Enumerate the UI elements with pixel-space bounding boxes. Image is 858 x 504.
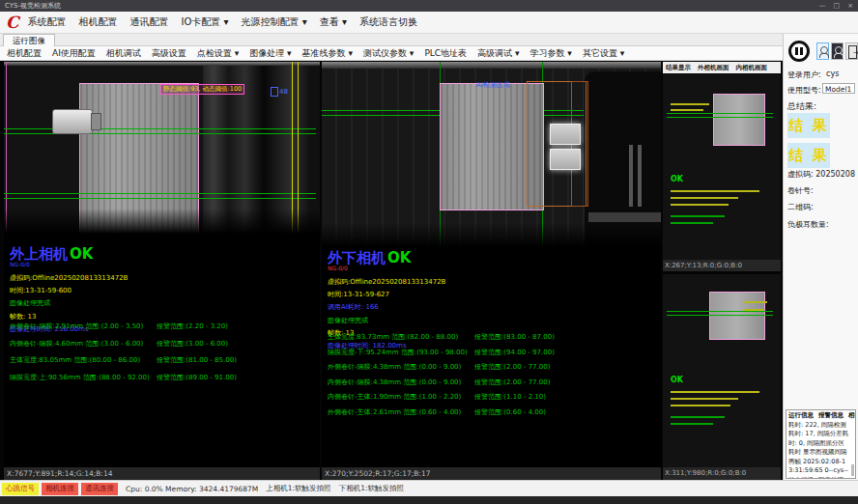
tab-connector-tip bbox=[91, 113, 101, 130]
pause-icon bbox=[800, 47, 803, 55]
toolbar-item[interactable]: 基准线参数 ▾ bbox=[302, 47, 353, 60]
info-tab[interactable]: 报警信息 bbox=[818, 411, 844, 420]
info-box-tabs: 运行信息报警信息相机信息 bbox=[786, 410, 855, 421]
scrollbar[interactable] bbox=[851, 464, 854, 476]
vcode-value: 20250208 bbox=[815, 170, 855, 179]
mid-measurements: 主体宽度:83.73mm 范围:(82.00 - 88.00) 报警范围:(83… bbox=[328, 332, 661, 422]
toolbar-item[interactable]: 点检设置 ▾ bbox=[197, 47, 239, 60]
menu-items: 系统配置相机配置通讯配置IO卡配置 ▾光源控制配置 ▾查看 ▾系统语言切换 bbox=[28, 15, 430, 29]
pause-button[interactable] bbox=[788, 41, 810, 62]
info-line: 虚拟码:Offline2025020813313472B bbox=[328, 277, 659, 287]
run-info-box: 运行信息报警信息相机信息 耗时: 222, 间隔检测耗时: 17, 间隔分差耗时… bbox=[786, 409, 856, 479]
measurement-row: 外侧卷针-隔膜:2.91mm 范围:(2.00 - 3.50) 报警范围:(2.… bbox=[10, 322, 320, 339]
toolbar-item[interactable]: 相机配置 bbox=[7, 47, 42, 60]
vcode-label-text: 虚拟码: bbox=[787, 170, 814, 179]
alarm-range: 报警范围:(89.00 - 91.00) bbox=[157, 373, 237, 390]
menu-item[interactable]: 光源控制配置 ▾ bbox=[242, 15, 307, 29]
cell-body-region bbox=[713, 94, 765, 146]
status-badges: 心跳信号相机连接通讯连接 bbox=[2, 483, 118, 495]
info-line: 图像处理完成 bbox=[10, 298, 318, 308]
tab-run-image[interactable]: 运行图像 bbox=[3, 34, 55, 46]
menu-item[interactable]: IO卡配置 ▾ bbox=[182, 15, 229, 29]
alarm-range: 报警范围:(0.60 - 4.00) bbox=[474, 407, 546, 423]
sidebar: → 登录用户: cys 使用型号: Model1 总结果: 结 果 结 果 虚拟… bbox=[783, 34, 858, 480]
toolbar-item[interactable]: 相机调试 bbox=[106, 47, 141, 60]
thumb2-coords-bar: X:311;Y:980;R:0;G:0;B:0 bbox=[663, 467, 781, 480]
blue-marker: 48 bbox=[271, 87, 288, 97]
overlay-text-line bbox=[671, 423, 713, 425]
toolbar-item[interactable]: 测试仪参数 ▾ bbox=[363, 47, 414, 60]
measurement-value: 外侧卷针-隔膜:4.38mm 范围:(0.00 - 9.00) bbox=[328, 362, 474, 378]
tab-strip: 运行图像 bbox=[0, 34, 858, 46]
title-bar: CYS-视觉检测系统 — □ × bbox=[0, 0, 858, 12]
status-badge: 心跳信号 bbox=[2, 483, 39, 495]
info-tab[interactable]: 相机信息 bbox=[848, 411, 856, 420]
tabcount-label: 负极耳数量: bbox=[787, 219, 829, 230]
mid-camera-image[interactable]: AI检测区域 bbox=[322, 62, 661, 247]
left-camera-image[interactable]: 静态阈值:93, 动态阈值:100 48 bbox=[4, 62, 320, 234]
toolbar-item[interactable]: AI使用配置 bbox=[52, 47, 96, 60]
machine-rail-shape bbox=[322, 62, 661, 69]
menu-item[interactable]: 系统语言切换 bbox=[359, 15, 417, 29]
info-tab[interactable]: 运行信息 bbox=[788, 411, 814, 420]
camera-result: OK bbox=[387, 249, 411, 266]
mid-camera-pane: AI检测区域 外下相机OK NG:0/0 虚拟码:Offline20250208… bbox=[322, 62, 661, 480]
baseline-green-line bbox=[4, 128, 316, 129]
exit-arrow-icon: → bbox=[853, 50, 858, 57]
maximize-icon[interactable]: □ bbox=[834, 0, 841, 12]
toolbar-item[interactable]: 其它设置 ▾ bbox=[583, 47, 624, 60]
model-field[interactable]: Model1 bbox=[822, 83, 855, 94]
menu-item[interactable]: 相机配置 bbox=[79, 15, 118, 29]
measurement-value: 内侧卷针-隔膜:4.38mm 范围:(0.00 - 9.00) bbox=[328, 378, 474, 393]
minimize-icon[interactable]: — bbox=[819, 0, 826, 12]
overlay-text-line bbox=[671, 109, 703, 111]
toolbar-item[interactable]: PLC地址表 bbox=[424, 47, 467, 60]
left-measurements: 外侧卷针-隔膜:2.91mm 范围:(2.00 - 3.50) 报警范围:(2.… bbox=[10, 322, 320, 389]
mid-coords-bar: X:270;Y:2502;R:17;G:17;B:17 bbox=[322, 467, 661, 480]
exit-button[interactable]: → bbox=[845, 42, 858, 60]
thumbnail-view-2[interactable]: OK bbox=[663, 274, 781, 467]
user-dark-button[interactable] bbox=[831, 42, 844, 60]
app-window: CYS-视觉检测系统 — □ × C 系统配置相机配置通讯配置IO卡配置 ▾光源… bbox=[0, 0, 858, 504]
user-login-button[interactable] bbox=[816, 42, 829, 60]
thumbnail-tab[interactable]: 结果显示 bbox=[666, 64, 691, 72]
thumbnail-view-1[interactable]: OK bbox=[663, 74, 781, 260]
measurement-row: 隔膜宽度-上:90.56mm 范围:(88.00 - 92.00) 报警范围:(… bbox=[10, 373, 320, 390]
electrode-tab-highlight bbox=[550, 124, 581, 145]
baseline-green-line bbox=[4, 193, 316, 194]
overlay-text-line bbox=[671, 405, 730, 406]
close-icon[interactable]: × bbox=[847, 0, 853, 12]
measurement-value: 外侧卷针-主体:2.61mm 范围:(0.60 - 4.00) bbox=[328, 407, 474, 423]
user-icon bbox=[835, 46, 843, 54]
alarm-range: 报警范围:(94.00 - 97.00) bbox=[474, 348, 555, 363]
left-coords-bar: X:7677;Y:891;R:14;G:14;B:14 bbox=[4, 467, 320, 480]
info-line: 时间:13-31-59-600 bbox=[10, 286, 318, 295]
window-title: CYS-视觉检测系统 bbox=[5, 2, 61, 10]
baseline-green-line bbox=[4, 198, 316, 199]
alarm-range: 报警范围:(2.00 - 77.00) bbox=[474, 378, 550, 393]
tab-connector-shape bbox=[52, 109, 93, 134]
overlay-text-line bbox=[744, 301, 767, 303]
toolbar-item[interactable]: 图像处理 ▾ bbox=[249, 47, 291, 60]
login-user-value: cys bbox=[826, 70, 839, 78]
electrode-tab-highlight bbox=[550, 149, 581, 170]
menu-item[interactable]: 系统配置 bbox=[28, 15, 67, 29]
toolbar-item[interactable]: 高级调试 ▾ bbox=[477, 47, 519, 60]
info-line: 图像处理完成 bbox=[328, 316, 659, 325]
menu-item[interactable]: 通讯配置 bbox=[130, 15, 169, 29]
thumbnail-tab[interactable]: 内相机画面 bbox=[736, 64, 768, 72]
login-user-label: 登录用户: bbox=[787, 70, 821, 80]
thumbnail-tab[interactable]: 外相机画面 bbox=[698, 64, 729, 72]
mid-camera-title: 外下相机OK bbox=[328, 251, 659, 266]
overlay-text-line bbox=[671, 215, 725, 217]
toolbar-item[interactable]: 学习参数 ▾ bbox=[530, 47, 572, 60]
toolbar-item[interactable]: 高级设置 bbox=[152, 47, 186, 60]
thumbnail-header: 结果显示外相机画面内相机画面 bbox=[663, 62, 781, 73]
overlay-text-line bbox=[671, 197, 738, 199]
status-badge: 通讯连接 bbox=[81, 483, 118, 495]
status-bar: 心跳信号相机连接通讯连接 Cpu: 0.0% Memory: 3424.4179… bbox=[0, 480, 858, 496]
image-fade bbox=[322, 222, 661, 247]
cpu-memory-text: Cpu: 0.0% Memory: 3424.4179687M bbox=[126, 485, 258, 493]
alarm-range: 报警范围:(1.10 - 2.10) bbox=[474, 392, 546, 407]
menu-item[interactable]: 查看 ▾ bbox=[320, 15, 347, 29]
